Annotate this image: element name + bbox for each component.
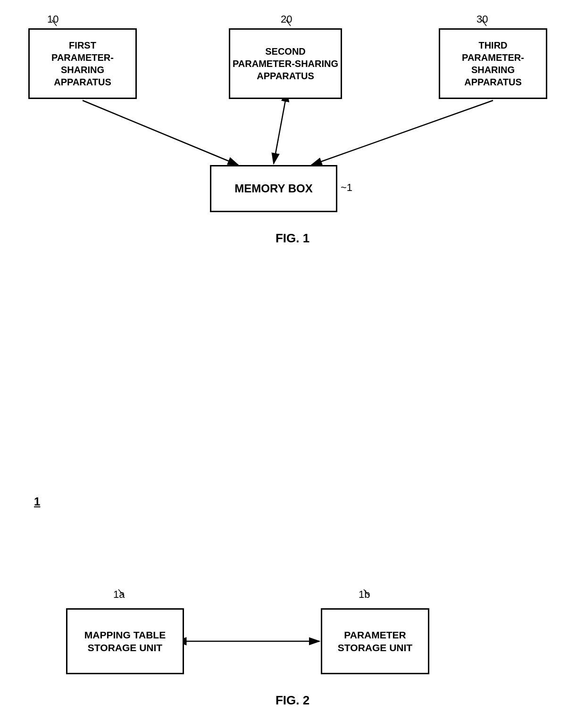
svg-line-5 xyxy=(274,100,285,164)
box-second-apparatus: SECONDPARAMETER-SHARINGAPPARATUS xyxy=(229,28,342,99)
svg-line-4 xyxy=(83,100,238,165)
fig2-system-ref: 1 xyxy=(34,495,40,508)
ref-1b: 1b xyxy=(359,588,370,601)
box-parameter-storage: PARAMETERSTORAGE UNIT xyxy=(321,608,429,674)
box-third-apparatus: THIRDPARAMETER-SHARINGAPPARATUS xyxy=(439,28,547,99)
fig2-label: FIG. 2 xyxy=(0,693,585,708)
ref-memory-1: ~1 xyxy=(341,182,352,194)
box-memory: MEMORY BOX xyxy=(210,165,337,212)
box-mapping-table: MAPPING TABLESTORAGE UNIT xyxy=(66,608,184,674)
fig1-label: FIG. 1 xyxy=(0,231,585,246)
box-first-apparatus: FIRSTPARAMETER-SHARINGAPPARATUS xyxy=(28,28,137,99)
ref-30: 30 xyxy=(476,13,488,25)
ref-1a: 1a xyxy=(113,588,125,601)
svg-line-6 xyxy=(311,100,493,165)
diagram-container: 10 20 30 FIRSTPARAMETER-SHARINGAPPARATUS… xyxy=(0,0,585,728)
ref-20: 20 xyxy=(281,13,292,25)
ref-10: 10 xyxy=(47,13,58,25)
